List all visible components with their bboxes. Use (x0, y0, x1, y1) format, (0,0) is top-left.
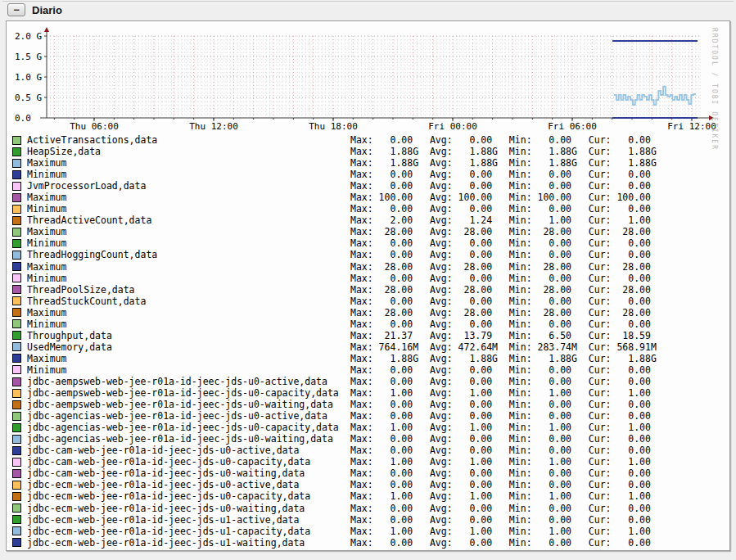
legend-row: jdbc-aempsweb-web-jee-r01a-id-jeec-jds-u… (7, 376, 728, 387)
legend-row: jdbc-ecm-web-jee-r01a-id-jeec-jds-u0-cap… (7, 490, 728, 502)
series-color-swatch (12, 296, 21, 305)
legend-row: jdbc-ecm-web-jee-r01a-id-jeec-jds-u1-act… (7, 514, 728, 526)
legend-row: HeapSize,dataMax: 1.88G Avg: 1.88G Min: … (7, 146, 728, 157)
series-stats: Max: 0.00 Avg: 0.00 Min: 0.00 Cur: 0.00 (350, 237, 657, 249)
series-label: Minimum (27, 169, 350, 180)
series-color-swatch (12, 319, 21, 328)
series-stats: Max: 0.00 Avg: 0.00 Min: 0.00 Cur: 0.00 (350, 537, 657, 549)
svg-text:1.5 G: 1.5 G (15, 52, 42, 62)
series-stats: Max: 1.00 Avg: 1.00 Min: 1.00 Cur: 1.00 (350, 387, 657, 399)
series-label: jdbc-ecm-web-jee-r01a-id-jeec-jds-u1-cap… (27, 526, 350, 537)
series-color-swatch (12, 331, 21, 340)
series-stats: Max: 0.00 Avg: 0.00 Min: 0.00 Cur: 0.00 (350, 273, 657, 284)
legend-row: MaximumMax: 28.00 Avg: 28.00 Min: 28.00 … (7, 307, 728, 318)
series-color-swatch (12, 342, 21, 351)
series-color-swatch (12, 308, 21, 317)
rrd-graph: 2.0 G1.5 G1.0 G0.5 G0.0Thu 06:00Thu 12:0… (8, 21, 727, 134)
svg-text:0.5 G: 0.5 G (15, 93, 42, 103)
legend-row: MaximumMax: 28.00 Avg: 28.00 Min: 28.00 … (7, 226, 728, 237)
svg-text:Thu 06:00: Thu 06:00 (70, 121, 119, 132)
series-color-swatch (12, 182, 21, 191)
series-stats: Max: 28.00 Avg: 28.00 Min: 28.00 Cur: 28… (350, 226, 657, 237)
svg-text:0.0: 0.0 (15, 113, 31, 124)
series-label: jdbc-cam-web-jee-r01a-id-jeec-jds-u0-cap… (27, 456, 350, 467)
legend-row: MinimumMax: 0.00 Avg: 0.00 Min: 0.00 Cur… (7, 364, 728, 376)
legend-row: jdbc-ecm-web-jee-r01a-id-jeec-jds-u1-wai… (7, 537, 728, 549)
series-label: jdbc-cam-web-jee-r01a-id-jeec-jds-u0-act… (27, 445, 350, 456)
legend-row: JvmProcessorLoad,dataMax: 0.00 Avg: 0.00… (7, 180, 728, 192)
legend-row: jdbc-aempsweb-web-jee-r01a-id-jeec-jds-u… (7, 387, 728, 399)
series-stats: Max: 0.00 Avg: 0.00 Min: 0.00 Cur: 0.00 (350, 514, 657, 526)
series-label: ThreadHoggingCount,data (27, 249, 350, 260)
series-label: JvmProcessorLoad,data (27, 180, 350, 192)
series-color-swatch (12, 389, 21, 398)
legend-row: jdbc-agencias-web-jee-r01a-id-jeec-jds-u… (7, 433, 728, 445)
series-stats: Max: 1.00 Avg: 1.00 Min: 1.00 Cur: 1.00 (350, 422, 657, 433)
series-label: Throughput,data (27, 330, 350, 341)
series-color-swatch (12, 251, 21, 260)
legend-row: MinimumMax: 0.00 Avg: 0.00 Min: 0.00 Cur… (7, 203, 728, 215)
series-stats: Max: 1.88G Avg: 1.88G Min: 1.88G Cur: 1.… (350, 157, 657, 169)
legend-row: MaximumMax: 28.00 Avg: 28.00 Min: 28.00 … (7, 261, 728, 273)
series-label: Maximum (27, 192, 350, 203)
series-color-swatch (12, 446, 21, 455)
series-label: jdbc-ecm-web-jee-r01a-id-jeec-jds-u0-act… (27, 479, 350, 490)
series-stats: Max: 0.00 Avg: 0.00 Min: 0.00 Cur: 0.00 (350, 318, 657, 330)
series-stats: Max: 100.00 Avg: 100.00 Min: 100.00 Cur:… (350, 192, 657, 203)
series-color-swatch (12, 481, 21, 490)
series-color-swatch (12, 526, 21, 535)
series-label: jdbc-ecm-web-jee-r01a-id-jeec-jds-u1-wai… (27, 537, 350, 549)
series-label: jdbc-ecm-web-jee-r01a-id-jeec-jds-u1-act… (27, 514, 350, 526)
series-label: jdbc-ecm-web-jee-r01a-id-jeec-jds-u0-cap… (27, 490, 350, 502)
series-label: HeapSize,data (27, 146, 350, 157)
series-label: jdbc-aempsweb-web-jee-r01a-id-jeec-jds-u… (27, 399, 350, 410)
collapse-button[interactable]: − (7, 3, 25, 16)
series-color-swatch (12, 170, 21, 179)
series-color-swatch (12, 492, 21, 501)
series-color-swatch (12, 285, 21, 294)
legend-row: jdbc-cam-web-jee-r01a-id-jeec-jds-u0-wai… (7, 467, 728, 479)
series-label: UsedMemory,data (27, 341, 350, 353)
svg-text:Thu 18:00: Thu 18:00 (309, 121, 358, 132)
series-label: jdbc-agencias-web-jee-r01a-id-jeec-jds-u… (27, 410, 350, 422)
series-label: Minimum (27, 318, 350, 330)
legend-row: jdbc-cam-web-jee-r01a-id-jeec-jds-u0-cap… (7, 456, 728, 467)
series-label: Maximum (27, 157, 350, 169)
legend-row: ThreadStuckCount,dataMax: 0.00 Avg: 0.00… (7, 296, 728, 307)
series-color-swatch (12, 216, 21, 225)
top-divider (2, 1, 734, 2)
series-label: Minimum (27, 237, 350, 249)
series-stats: Max: 28.00 Avg: 28.00 Min: 28.00 Cur: 28… (350, 261, 657, 273)
series-label: jdbc-aempsweb-web-jee-r01a-id-jeec-jds-u… (27, 376, 350, 387)
legend: ActiveTransactions,dataMax: 0.00 Avg: 0.… (7, 134, 728, 549)
svg-text:Fri 00:00: Fri 00:00 (428, 121, 477, 132)
series-stats: Max: 1.88G Avg: 1.88G Min: 1.88G Cur: 1.… (350, 146, 657, 157)
legend-row: jdbc-agencias-web-jee-r01a-id-jeec-jds-u… (7, 410, 728, 422)
series-stats: Max: 0.00 Avg: 0.00 Min: 0.00 Cur: 0.00 (350, 364, 657, 376)
series-label: ActiveTransactions,data (27, 134, 350, 146)
panel-header: − Diario (7, 3, 62, 16)
series-label: ThreadStuckCount,data (27, 296, 350, 307)
legend-row: Throughput,dataMax: 21.37 Avg: 13.79 Min… (7, 330, 728, 341)
series-color-swatch (12, 458, 21, 467)
legend-row: ThreadPoolSize,dataMax: 28.00 Avg: 28.00… (7, 284, 728, 296)
series-label: jdbc-aempsweb-web-jee-r01a-id-jeec-jds-u… (27, 387, 350, 399)
series-stats: Max: 28.00 Avg: 28.00 Min: 28.00 Cur: 28… (350, 307, 657, 318)
series-color-swatch (12, 400, 21, 409)
legend-row: jdbc-aempsweb-web-jee-r01a-id-jeec-jds-u… (7, 399, 728, 410)
series-color-swatch (12, 354, 21, 363)
svg-text:Fri 06:00: Fri 06:00 (548, 121, 597, 132)
series-stats: Max: 1.00 Avg: 1.00 Min: 1.00 Cur: 1.00 (350, 526, 657, 537)
series-label: Maximum (27, 353, 350, 364)
series-label: Minimum (27, 203, 350, 215)
legend-row: UsedMemory,dataMax: 764.16M Avg: 472.64M… (7, 341, 728, 353)
series-stats: Max: 1.88G Avg: 1.88G Min: 1.88G Cur: 1.… (350, 353, 657, 364)
series-color-swatch (12, 136, 21, 145)
legend-row: jdbc-ecm-web-jee-r01a-id-jeec-jds-u1-cap… (7, 526, 728, 537)
series-stats: Max: 0.00 Avg: 0.00 Min: 0.00 Cur: 0.00 (350, 249, 657, 260)
series-color-swatch (12, 515, 21, 524)
series-label: Maximum (27, 261, 350, 273)
series-stats: Max: 21.37 Avg: 13.79 Min: 6.50 Cur: 18.… (350, 330, 657, 341)
series-color-swatch (12, 469, 21, 478)
series-color-swatch (12, 412, 21, 421)
